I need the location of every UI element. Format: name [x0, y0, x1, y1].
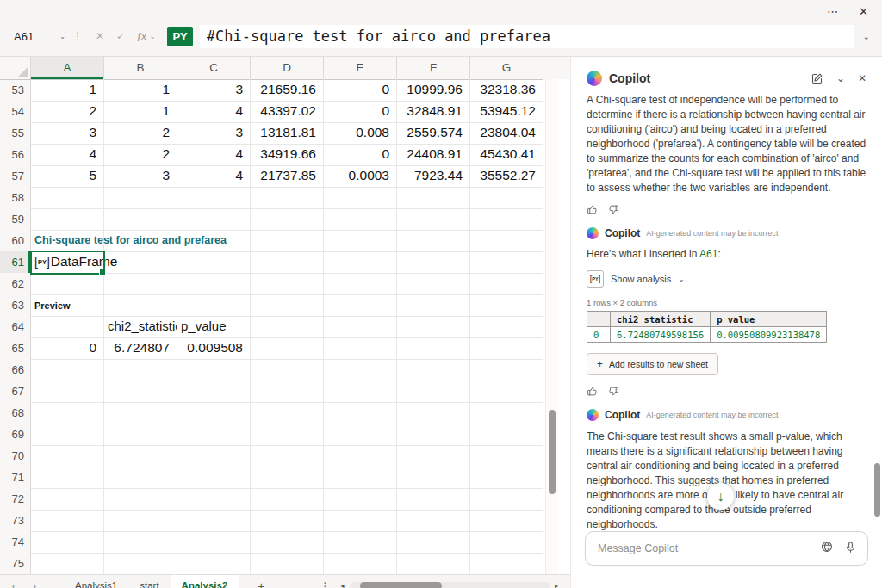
cell-B53[interactable]: 1 [104, 79, 177, 102]
cell-B68[interactable] [104, 402, 177, 424]
row-header-75[interactable]: 75 [0, 553, 31, 574]
cell-E73[interactable] [324, 510, 397, 532]
cell-C74[interactable] [177, 531, 251, 554]
insert-function-icon[interactable]: ƒx [136, 31, 146, 41]
cell-F59[interactable] [397, 208, 470, 231]
cell-F58[interactable] [397, 187, 470, 209]
cell-C59[interactable] [177, 208, 251, 231]
cell-G61[interactable] [470, 251, 543, 274]
tabs-scroll-left-icon[interactable]: ‹ [7, 579, 21, 588]
name-box[interactable]: A61 ⌄ [7, 30, 69, 43]
row-header-67[interactable]: 67 [0, 381, 31, 403]
cell-B73[interactable] [104, 510, 177, 532]
cell-D66[interactable] [251, 359, 324, 381]
cell-E74[interactable] [324, 531, 397, 554]
cell-F64[interactable] [397, 316, 470, 338]
cell-D56[interactable]: 34919.66 [251, 144, 324, 166]
col-header-E[interactable]: E [324, 57, 397, 80]
cell-A74[interactable] [31, 531, 104, 554]
vertical-scrollbar[interactable] [545, 79, 558, 574]
row-header-74[interactable]: 74 [0, 531, 31, 554]
row-header-69[interactable]: 69 [0, 424, 31, 446]
cell-A71[interactable] [31, 467, 104, 489]
cell-D64[interactable] [251, 316, 324, 338]
cell-C68[interactable] [177, 402, 251, 424]
cell-D67[interactable] [251, 381, 324, 403]
thumbs-up-icon[interactable] [587, 386, 598, 397]
cell-E68[interactable] [324, 402, 397, 424]
more-options-icon[interactable]: ⋯ [827, 7, 838, 17]
cell-D57[interactable]: 21737.85 [251, 165, 324, 188]
copilot-tools-icon[interactable] [820, 540, 834, 557]
cell-B66[interactable] [104, 359, 177, 381]
row-header-55[interactable]: 55 [0, 122, 31, 145]
vertical-scrollbar-thumb[interactable] [549, 410, 556, 494]
row-header-68[interactable]: 68 [0, 402, 31, 424]
cell-F75[interactable] [397, 553, 470, 574]
cell-A57[interactable]: 5 [31, 165, 104, 188]
cell-A53[interactable]: 1 [31, 79, 104, 102]
sheet-tab-analysis2[interactable]: Analysis2 [171, 575, 239, 588]
cell-G62[interactable] [470, 273, 543, 295]
cell-C58[interactable] [177, 187, 251, 209]
thumbs-down-icon[interactable] [608, 204, 619, 215]
cell-D69[interactable] [251, 424, 324, 446]
cell-A55[interactable]: 3 [31, 122, 104, 145]
cell-E60[interactable] [324, 230, 397, 252]
cell-B58[interactable] [104, 187, 177, 209]
cell-G53[interactable]: 32318.36 [470, 79, 543, 102]
row-header-70[interactable]: 70 [0, 445, 31, 467]
cell-B65[interactable]: 6.724807 [104, 337, 177, 360]
cell-E56[interactable]: 0 [324, 144, 397, 166]
copilot-scrollbar-thumb[interactable] [874, 463, 880, 517]
cell-D63[interactable] [251, 294, 324, 317]
cell-F73[interactable] [397, 510, 470, 532]
cell-C64[interactable]: p_value [177, 316, 251, 338]
cell-G65[interactable] [470, 337, 543, 360]
cell-E70[interactable] [324, 445, 397, 467]
cell-B71[interactable] [104, 467, 177, 489]
cell-B55[interactable]: 2 [104, 122, 177, 145]
cell-D58[interactable] [251, 187, 324, 209]
cell-F71[interactable] [397, 467, 470, 489]
cell-G57[interactable]: 35552.27 [470, 165, 543, 188]
cell-G68[interactable] [470, 402, 543, 424]
cell-E66[interactable] [324, 359, 397, 381]
cell-E59[interactable] [324, 208, 397, 231]
cell-A56[interactable]: 4 [31, 144, 104, 166]
hscroll-right-icon[interactable]: ▸ [555, 582, 558, 588]
cell-C56[interactable]: 4 [177, 144, 251, 166]
cell-B67[interactable] [104, 381, 177, 403]
cell-G73[interactable] [470, 510, 543, 532]
name-box-chevron-icon[interactable]: ⌄ [59, 33, 65, 40]
cell-E69[interactable] [324, 424, 397, 446]
cell-B70[interactable] [104, 445, 177, 467]
cell-D71[interactable] [251, 467, 324, 489]
cell-F62[interactable] [397, 273, 470, 295]
select-all-corner[interactable] [0, 57, 31, 80]
window-close-icon[interactable]: ✕ [859, 7, 868, 17]
cell-C65[interactable]: 0.009508 [177, 337, 251, 360]
cell-G70[interactable] [470, 445, 543, 467]
cell-C53[interactable]: 3 [177, 79, 251, 102]
cell-B62[interactable] [104, 273, 177, 295]
cell-F65[interactable] [397, 337, 470, 360]
row-header-72[interactable]: 72 [0, 488, 31, 511]
cell-A67[interactable] [31, 381, 104, 403]
cell-G69[interactable] [470, 424, 543, 446]
collapse-pane-icon[interactable]: ⌄ [836, 72, 845, 84]
cell-D74[interactable] [251, 531, 324, 554]
cell-B57[interactable]: 3 [104, 165, 177, 188]
cell-F69[interactable] [397, 424, 470, 446]
inserted-cell-link[interactable]: A61 [699, 248, 717, 260]
row-header-60[interactable]: 60 [0, 230, 31, 252]
cell-G71[interactable] [470, 467, 543, 489]
new-chat-icon[interactable] [811, 72, 823, 85]
cell-E67[interactable] [324, 381, 397, 403]
cell-C70[interactable] [177, 445, 251, 467]
row-header-71[interactable]: 71 [0, 467, 31, 489]
col-header-F[interactable]: F [397, 57, 470, 80]
col-header-B[interactable]: B [104, 57, 177, 80]
row-header-66[interactable]: 66 [0, 359, 31, 381]
cell-C67[interactable] [177, 381, 251, 403]
